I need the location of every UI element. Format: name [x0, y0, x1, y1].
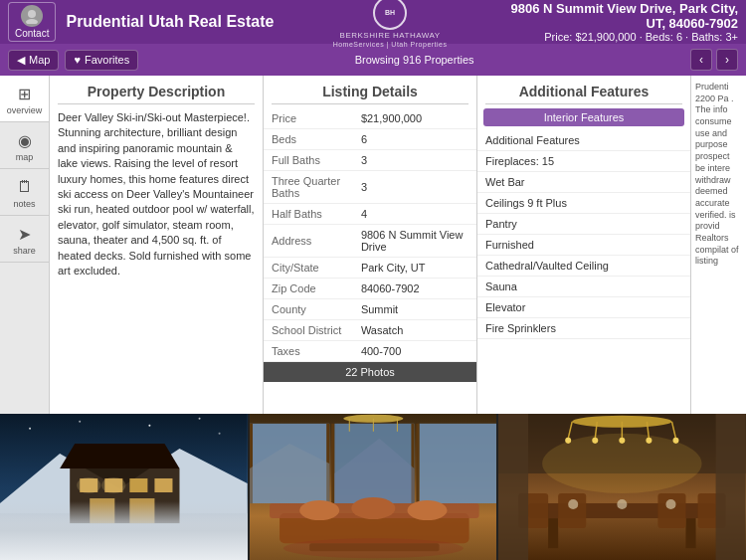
- interior-features-tab[interactable]: Interior Features: [483, 108, 684, 126]
- main-content: ⊞ overview ◉ map 🗒 notes ➤ share Propert…: [0, 76, 746, 414]
- photos-bar[interactable]: 22 Photos: [264, 362, 476, 382]
- listing-value: 3: [353, 150, 476, 171]
- sidebar-label-overview: overview: [7, 105, 43, 115]
- avatar: [21, 5, 43, 27]
- company-name: Prudential Utah Real Estate: [66, 13, 274, 31]
- header-right: 9806 N Summit View Drive, Park City, UT,…: [506, 1, 738, 43]
- notes-icon: 🗒: [11, 175, 39, 199]
- property-price-beds: Price: $21,900,000 · Beds: 6 · Baths: 3+: [506, 31, 738, 43]
- photo-interior-living: [250, 414, 497, 560]
- svg-point-3: [29, 428, 31, 430]
- svg-rect-10: [70, 468, 179, 523]
- photos-label: 22 Photos: [345, 366, 395, 378]
- listing-value: 4: [353, 204, 476, 225]
- listing-row: Three Quarter Baths3: [264, 171, 476, 204]
- listing-row: School DistrictWasatch: [264, 320, 476, 341]
- listing-value: Wasatch: [353, 320, 476, 341]
- nav-left: ◀ Map ♥ Favorites: [8, 50, 138, 71]
- svg-rect-23: [419, 424, 496, 503]
- svg-point-5: [148, 425, 150, 427]
- svg-point-55: [542, 434, 701, 493]
- svg-point-64: [618, 499, 628, 509]
- listing-row: Half Baths4: [264, 204, 476, 225]
- heart-icon: ♥: [74, 54, 81, 66]
- listing-row: CountySummit: [264, 299, 476, 320]
- listing-row: Address9806 N Summit View Drive: [264, 225, 476, 258]
- svg-rect-15: [154, 478, 172, 492]
- svg-point-65: [666, 499, 676, 509]
- photo-interior-dining: [498, 414, 746, 560]
- property-description-text: Deer Valley Ski-in/Ski-out Masterpiece!.…: [58, 110, 255, 279]
- svg-point-63: [569, 499, 579, 509]
- next-button[interactable]: ›: [716, 49, 738, 71]
- listing-row: Taxes400-700: [264, 341, 476, 362]
- svg-point-19: [101, 477, 125, 493]
- listing-label: Half Baths: [264, 204, 353, 225]
- svg-point-1: [26, 19, 38, 24]
- listing-row: Price$21,900,000: [264, 108, 476, 129]
- listing-label: Taxes: [264, 341, 353, 362]
- sidebar-item-map[interactable]: ◉ map: [0, 122, 49, 169]
- sidebar-item-notes[interactable]: 🗒 notes: [0, 169, 49, 216]
- left-sidebar: ⊞ overview ◉ map 🗒 notes ➤ share: [0, 76, 50, 414]
- property-address: 9806 N Summit View Drive, Park City, UT,…: [506, 1, 738, 31]
- sidebar-label-map: map: [16, 152, 34, 162]
- listing-value: Summit: [353, 299, 476, 320]
- listing-value: 6: [353, 129, 476, 150]
- map-button[interactable]: ◀ Map: [8, 50, 59, 71]
- svg-marker-11: [60, 444, 179, 468]
- browsing-info: Browsing 916 Properties: [355, 54, 474, 66]
- listing-label: City/State: [264, 258, 353, 279]
- listing-label: Zip Code: [264, 279, 353, 299]
- contact-button[interactable]: Contact: [8, 2, 56, 42]
- listing-table: Price$21,900,000Beds6Full Baths3Three Qu…: [264, 108, 476, 362]
- feature-item: Pantry: [477, 214, 690, 235]
- browsing-text: Browsing 916 Properties: [355, 54, 474, 66]
- listing-label: Address: [264, 225, 353, 258]
- map-label: Map: [29, 54, 50, 66]
- photo-2[interactable]: [250, 414, 497, 560]
- additional-features-panel: Additional Features Interior Features Ad…: [477, 76, 691, 414]
- sidebar-item-overview[interactable]: ⊞ overview: [0, 76, 49, 122]
- svg-point-18: [77, 477, 100, 493]
- prev-button[interactable]: ‹: [690, 49, 712, 71]
- share-icon: ➤: [11, 222, 39, 246]
- svg-rect-67: [716, 414, 746, 560]
- svg-rect-14: [129, 478, 147, 492]
- map-sidebar-icon: ◉: [11, 128, 39, 152]
- listing-row: Zip Code84060-7902: [264, 279, 476, 299]
- listing-value: Park City, UT: [353, 258, 476, 279]
- listing-row: Full Baths3: [264, 150, 476, 171]
- listing-label: Full Baths: [264, 150, 353, 171]
- svg-point-41: [283, 538, 463, 558]
- favorites-button[interactable]: ♥ Favorites: [65, 50, 138, 71]
- map-icon: ◀: [17, 54, 25, 67]
- svg-rect-9: [0, 513, 248, 560]
- features-list: Additional FeaturesFireplaces: 15Wet Bar…: [477, 130, 690, 339]
- photo-3[interactable]: [498, 414, 746, 560]
- photo-exterior: [0, 414, 248, 560]
- listing-details-panel: Listing Details Price$21,900,000Beds6Ful…: [264, 76, 477, 414]
- listing-label: Beds: [264, 129, 353, 150]
- feature-item: Wet Bar: [477, 172, 690, 193]
- logo-center: BH BERKSHIRE HATHAWAYHomeServices | Utah…: [274, 0, 505, 49]
- disclaimer-text: Prudenti 2200 Pa . The info consume use …: [695, 82, 739, 266]
- nav-arrows: ‹ ›: [690, 49, 738, 71]
- feature-item: Furnished: [477, 235, 690, 256]
- svg-point-37: [299, 500, 339, 520]
- property-description-panel: Property Description Deer Valley Ski-in/…: [50, 76, 264, 414]
- sidebar-label-notes: notes: [13, 199, 35, 209]
- svg-point-4: [79, 421, 81, 423]
- listing-row: Beds6: [264, 129, 476, 150]
- svg-rect-58: [686, 518, 696, 548]
- app-header: Contact Prudential Utah Real Estate BH B…: [0, 0, 746, 44]
- listing-label: Three Quarter Baths: [264, 171, 353, 204]
- feature-item: Elevator: [477, 297, 690, 318]
- sidebar-item-share[interactable]: ➤ share: [0, 216, 49, 263]
- logo-text: BH: [385, 9, 395, 16]
- favorites-label: Favorites: [85, 54, 129, 66]
- listing-details-title: Listing Details: [272, 84, 468, 104]
- disclaimer-panel: Prudenti 2200 Pa . The info consume use …: [691, 76, 746, 414]
- svg-point-0: [28, 10, 36, 18]
- photo-1[interactable]: [0, 414, 248, 560]
